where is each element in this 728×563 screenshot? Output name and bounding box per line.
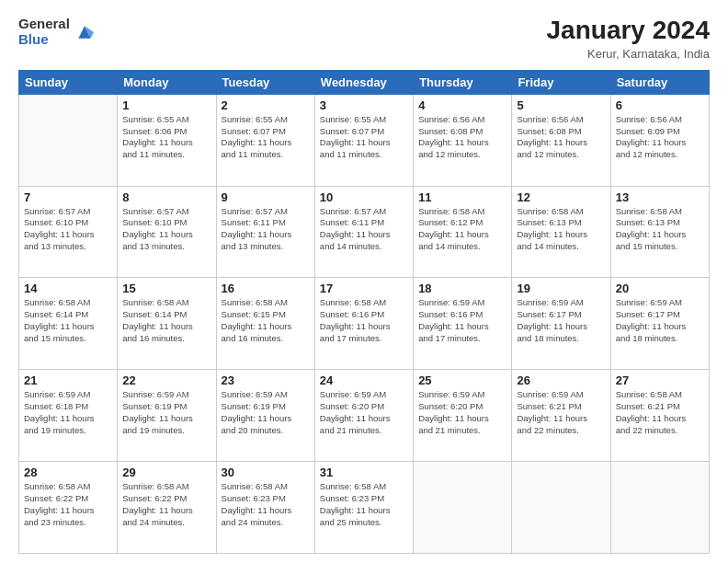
table-row: 4Sunrise: 6:56 AM Sunset: 6:08 PM Daylig… xyxy=(414,94,512,186)
col-wednesday: Wednesday xyxy=(314,70,413,94)
day-number: 13 xyxy=(616,190,704,204)
day-info: Sunrise: 6:58 AM Sunset: 6:14 PM Dayligh… xyxy=(24,297,112,344)
day-number: 26 xyxy=(517,373,605,387)
day-number: 22 xyxy=(122,373,210,387)
day-number: 2 xyxy=(222,98,310,112)
calendar-week-row: 1Sunrise: 6:55 AM Sunset: 6:06 PM Daylig… xyxy=(19,94,710,186)
day-number: 7 xyxy=(24,190,112,204)
day-info: Sunrise: 6:58 AM Sunset: 6:22 PM Dayligh… xyxy=(24,481,112,528)
table-row: 8Sunrise: 6:57 AM Sunset: 6:10 PM Daylig… xyxy=(118,186,216,278)
day-info: Sunrise: 6:58 AM Sunset: 6:13 PM Dayligh… xyxy=(517,206,605,253)
table-row: 13Sunrise: 6:58 AM Sunset: 6:13 PM Dayli… xyxy=(610,186,709,278)
table-row: 15Sunrise: 6:58 AM Sunset: 6:14 PM Dayli… xyxy=(118,278,216,370)
day-number: 8 xyxy=(122,190,210,204)
day-info: Sunrise: 6:58 AM Sunset: 6:14 PM Dayligh… xyxy=(122,297,210,344)
day-number: 24 xyxy=(320,373,408,387)
day-number: 3 xyxy=(320,98,408,112)
day-number: 31 xyxy=(320,465,408,479)
day-info: Sunrise: 6:55 AM Sunset: 6:07 PM Dayligh… xyxy=(222,114,310,161)
table-row: 7Sunrise: 6:57 AM Sunset: 6:10 PM Daylig… xyxy=(19,186,118,278)
day-number: 30 xyxy=(222,465,310,479)
day-number: 5 xyxy=(517,98,605,112)
calendar-table: Sunday Monday Tuesday Wednesday Thursday… xyxy=(18,70,710,554)
day-number: 15 xyxy=(122,282,210,295)
calendar-header-row: Sunday Monday Tuesday Wednesday Thursday… xyxy=(19,70,710,94)
table-row: 30Sunrise: 6:58 AM Sunset: 6:23 PM Dayli… xyxy=(216,462,314,554)
table-row: 2Sunrise: 6:55 AM Sunset: 6:07 PM Daylig… xyxy=(216,94,314,186)
day-number: 11 xyxy=(418,190,506,204)
calendar-subtitle: Kerur, Karnataka, India xyxy=(547,47,710,61)
table-row xyxy=(414,462,512,554)
day-info: Sunrise: 6:56 AM Sunset: 6:09 PM Dayligh… xyxy=(616,114,704,161)
day-number: 23 xyxy=(222,373,310,387)
table-row: 12Sunrise: 6:58 AM Sunset: 6:13 PM Dayli… xyxy=(512,186,610,278)
day-info: Sunrise: 6:56 AM Sunset: 6:08 PM Dayligh… xyxy=(517,114,605,161)
calendar-title: January 2024 xyxy=(547,17,710,45)
day-info: Sunrise: 6:59 AM Sunset: 6:16 PM Dayligh… xyxy=(418,297,506,344)
day-number: 21 xyxy=(24,373,112,387)
day-number: 25 xyxy=(418,373,506,387)
logo-icon xyxy=(75,23,94,41)
day-number: 16 xyxy=(222,282,310,295)
day-info: Sunrise: 6:58 AM Sunset: 6:21 PM Dayligh… xyxy=(616,389,704,436)
day-info: Sunrise: 6:55 AM Sunset: 6:06 PM Dayligh… xyxy=(122,114,210,161)
table-row xyxy=(610,462,709,554)
day-info: Sunrise: 6:57 AM Sunset: 6:10 PM Dayligh… xyxy=(122,206,210,253)
table-row: 11Sunrise: 6:58 AM Sunset: 6:12 PM Dayli… xyxy=(414,186,512,278)
day-info: Sunrise: 6:58 AM Sunset: 6:23 PM Dayligh… xyxy=(320,481,408,528)
table-row: 9Sunrise: 6:57 AM Sunset: 6:11 PM Daylig… xyxy=(216,186,314,278)
col-tuesday: Tuesday xyxy=(216,70,314,94)
table-row: 28Sunrise: 6:58 AM Sunset: 6:22 PM Dayli… xyxy=(19,462,118,554)
day-number: 27 xyxy=(616,373,704,387)
day-info: Sunrise: 6:59 AM Sunset: 6:20 PM Dayligh… xyxy=(418,389,506,436)
table-row: 18Sunrise: 6:59 AM Sunset: 6:16 PM Dayli… xyxy=(414,278,512,370)
day-info: Sunrise: 6:58 AM Sunset: 6:13 PM Dayligh… xyxy=(616,206,704,253)
table-row: 6Sunrise: 6:56 AM Sunset: 6:09 PM Daylig… xyxy=(610,94,709,186)
day-info: Sunrise: 6:58 AM Sunset: 6:22 PM Dayligh… xyxy=(122,481,210,528)
calendar-week-row: 28Sunrise: 6:58 AM Sunset: 6:22 PM Dayli… xyxy=(19,462,710,554)
day-number: 28 xyxy=(24,465,112,479)
title-block: January 2024 Kerur, Karnataka, India xyxy=(547,17,710,61)
day-info: Sunrise: 6:57 AM Sunset: 6:11 PM Dayligh… xyxy=(222,206,310,253)
day-number: 14 xyxy=(24,282,112,295)
page: General Blue January 2024 Kerur, Karnata… xyxy=(0,0,728,563)
day-info: Sunrise: 6:55 AM Sunset: 6:07 PM Dayligh… xyxy=(320,114,408,161)
col-friday: Friday xyxy=(512,70,610,94)
logo: General Blue xyxy=(18,17,94,47)
table-row: 3Sunrise: 6:55 AM Sunset: 6:07 PM Daylig… xyxy=(314,94,413,186)
day-info: Sunrise: 6:59 AM Sunset: 6:20 PM Dayligh… xyxy=(320,389,408,436)
table-row: 10Sunrise: 6:57 AM Sunset: 6:11 PM Dayli… xyxy=(314,186,413,278)
calendar-week-row: 7Sunrise: 6:57 AM Sunset: 6:10 PM Daylig… xyxy=(19,186,710,278)
day-number: 19 xyxy=(517,282,605,295)
table-row: 14Sunrise: 6:58 AM Sunset: 6:14 PM Dayli… xyxy=(19,278,118,370)
calendar-week-row: 21Sunrise: 6:59 AM Sunset: 6:18 PM Dayli… xyxy=(19,370,710,462)
table-row: 25Sunrise: 6:59 AM Sunset: 6:20 PM Dayli… xyxy=(414,370,512,462)
day-info: Sunrise: 6:57 AM Sunset: 6:10 PM Dayligh… xyxy=(24,206,112,253)
table-row: 21Sunrise: 6:59 AM Sunset: 6:18 PM Dayli… xyxy=(19,370,118,462)
table-row: 17Sunrise: 6:58 AM Sunset: 6:16 PM Dayli… xyxy=(314,278,413,370)
col-sunday: Sunday xyxy=(19,70,118,94)
day-info: Sunrise: 6:59 AM Sunset: 6:19 PM Dayligh… xyxy=(222,389,310,436)
table-row: 29Sunrise: 6:58 AM Sunset: 6:22 PM Dayli… xyxy=(118,462,216,554)
logo-general: General xyxy=(18,17,70,32)
day-number: 10 xyxy=(320,190,408,204)
logo-blue: Blue xyxy=(18,32,70,48)
day-info: Sunrise: 6:59 AM Sunset: 6:17 PM Dayligh… xyxy=(517,297,605,344)
calendar-week-row: 14Sunrise: 6:58 AM Sunset: 6:14 PM Dayli… xyxy=(19,278,710,370)
header: General Blue January 2024 Kerur, Karnata… xyxy=(18,17,710,61)
day-info: Sunrise: 6:59 AM Sunset: 6:21 PM Dayligh… xyxy=(517,389,605,436)
day-number: 18 xyxy=(418,282,506,295)
day-number: 4 xyxy=(418,98,506,112)
day-number: 9 xyxy=(222,190,310,204)
col-monday: Monday xyxy=(118,70,216,94)
table-row: 5Sunrise: 6:56 AM Sunset: 6:08 PM Daylig… xyxy=(512,94,610,186)
table-row: 22Sunrise: 6:59 AM Sunset: 6:19 PM Dayli… xyxy=(118,370,216,462)
table-row: 16Sunrise: 6:58 AM Sunset: 6:15 PM Dayli… xyxy=(216,278,314,370)
day-info: Sunrise: 6:58 AM Sunset: 6:16 PM Dayligh… xyxy=(320,297,408,344)
day-info: Sunrise: 6:57 AM Sunset: 6:11 PM Dayligh… xyxy=(320,206,408,253)
day-info: Sunrise: 6:59 AM Sunset: 6:19 PM Dayligh… xyxy=(122,389,210,436)
day-number: 6 xyxy=(616,98,704,112)
table-row: 23Sunrise: 6:59 AM Sunset: 6:19 PM Dayli… xyxy=(216,370,314,462)
col-thursday: Thursday xyxy=(414,70,512,94)
day-number: 17 xyxy=(320,282,408,295)
